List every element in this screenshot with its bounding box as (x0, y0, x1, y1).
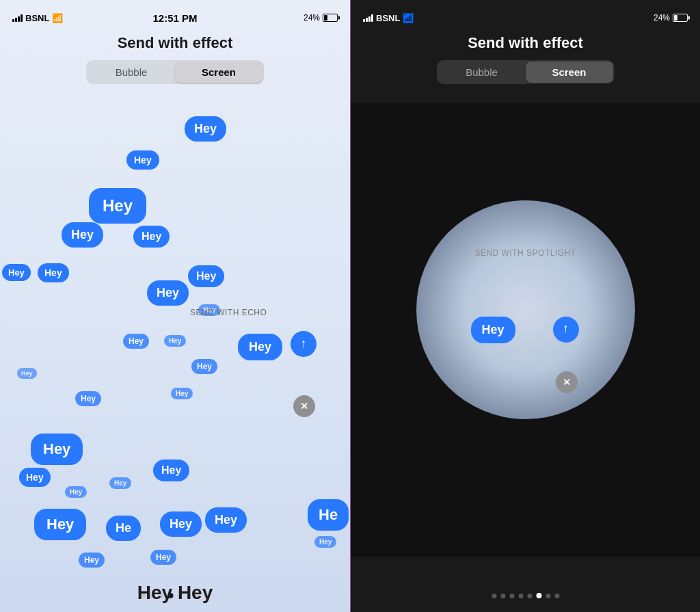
right-page-dots (492, 593, 559, 598)
right-send-button[interactable]: ↑ (553, 317, 579, 343)
cancel-x-icon: ✕ (300, 401, 308, 412)
list-item: Hey (133, 226, 170, 248)
left-panel: BSNL 📶 12:51 PM 24% Send with effect Bub… (0, 0, 350, 612)
list-item: Hey (75, 391, 101, 406)
send-button[interactable]: ↑ (291, 331, 317, 357)
right-panel: BSNL 📶 12:51 PM 24% Send with effect Bub… (350, 0, 700, 612)
right-dot-5-active (536, 593, 541, 598)
list-item: Hey (171, 388, 193, 399)
right-status-bar: BSNL 📶 12:51 PM 24% (351, 0, 700, 30)
carrier-label: BSNL (25, 13, 49, 23)
list-item: Hey (89, 188, 146, 224)
battery-percent: 24% (304, 13, 320, 23)
list-item: He (308, 499, 349, 531)
right-segment-wrapper: Bubble Screen (437, 60, 615, 84)
list-item: Hey (147, 280, 189, 306)
left-segment-control[interactable]: Bubble Screen (0, 60, 350, 84)
left-time: 12:51 PM (152, 12, 197, 24)
right-battery-icon (673, 14, 688, 22)
right-tab-screen[interactable]: Screen (526, 62, 613, 83)
hey-hey-bottom-text: Hey Hey (0, 574, 350, 612)
right-dot-1 (500, 594, 505, 598)
hey-hey-label: Hey Hey (137, 582, 213, 604)
right-battery-percent: 24% (654, 13, 670, 23)
right-hey-bubble: Hey (471, 317, 515, 343)
list-item: Hey (19, 468, 51, 487)
list-item: Hey (185, 116, 226, 142)
right-dot-6 (546, 594, 550, 598)
list-item: Hey (164, 335, 186, 347)
right-dot-3 (518, 594, 523, 598)
list-item: Hey (123, 334, 149, 349)
list-item: He­ (106, 516, 141, 541)
right-battery: 24% (654, 13, 688, 23)
main-hey-bubble: Hey (238, 334, 282, 360)
list-item: Hey (109, 477, 131, 489)
list-item: Hey (191, 359, 217, 374)
right-send-arrow-icon: ↑ (563, 321, 569, 336)
right-segment-control[interactable]: Bubble Screen (351, 60, 700, 84)
right-title: Send with effect (351, 30, 700, 60)
right-cancel-x-icon: ✕ (563, 377, 571, 388)
right-wifi-icon: 📶 (403, 13, 414, 23)
list-item: Hey (79, 553, 105, 568)
list-item: Hey (65, 486, 87, 498)
right-dot-2 (509, 594, 514, 598)
right-signal-icon (363, 14, 373, 22)
list-item: Hey (126, 150, 159, 170)
list-item: Hey (188, 265, 224, 287)
tab-screen[interactable]: Screen (175, 62, 262, 83)
left-carrier-signal: BSNL 📶 (12, 13, 63, 23)
right-carrier-signal: BSNL 📶 (363, 13, 414, 23)
right-dot-7 (554, 594, 559, 598)
spotlight-container: SEND WITH SPOTLIGHT Hey ↑ ✕ (351, 103, 700, 557)
tab-bubble[interactable]: Bubble (88, 62, 175, 83)
right-effect-label: SEND WITH SPOTLIGHT (474, 248, 576, 258)
right-dot-4 (527, 594, 532, 598)
list-item: Hey (62, 222, 103, 248)
right-cancel-button[interactable]: ✕ (556, 371, 578, 393)
list-item: Hey (34, 509, 86, 540)
right-dot-0 (492, 594, 496, 598)
list-item: Hey (150, 550, 176, 565)
battery-icon (323, 14, 338, 22)
signal-icon (12, 14, 23, 22)
segment-wrapper: Bubble Screen (86, 60, 264, 84)
list-item: Hey (2, 264, 31, 281)
left-title: Send with effect (0, 30, 350, 60)
echo-bubbles-container: Hey Hey Hey Hey Hey Hey Hey Hey Hey Hey … (0, 89, 350, 557)
effect-label: SEND WITH ECHO (190, 308, 267, 317)
wifi-icon: 📶 (52, 13, 63, 23)
list-item: Hey (17, 368, 37, 379)
cancel-button[interactable]: ✕ (293, 395, 315, 417)
left-status-bar: BSNL 📶 12:51 PM 24% (0, 0, 350, 30)
list-item: Hey (38, 263, 69, 282)
right-tab-bubble[interactable]: Bubble (438, 62, 526, 83)
left-battery: 24% (304, 13, 338, 23)
right-carrier-label: BSNL (376, 13, 400, 23)
send-arrow-icon: ↑ (301, 336, 307, 351)
list-item: Hey (31, 434, 83, 465)
list-item: Hey (205, 507, 247, 533)
list-item: Hey (153, 460, 189, 481)
list-item: Hey (314, 536, 336, 548)
spotlight-circle (416, 200, 635, 419)
list-item: Hey (160, 511, 202, 537)
